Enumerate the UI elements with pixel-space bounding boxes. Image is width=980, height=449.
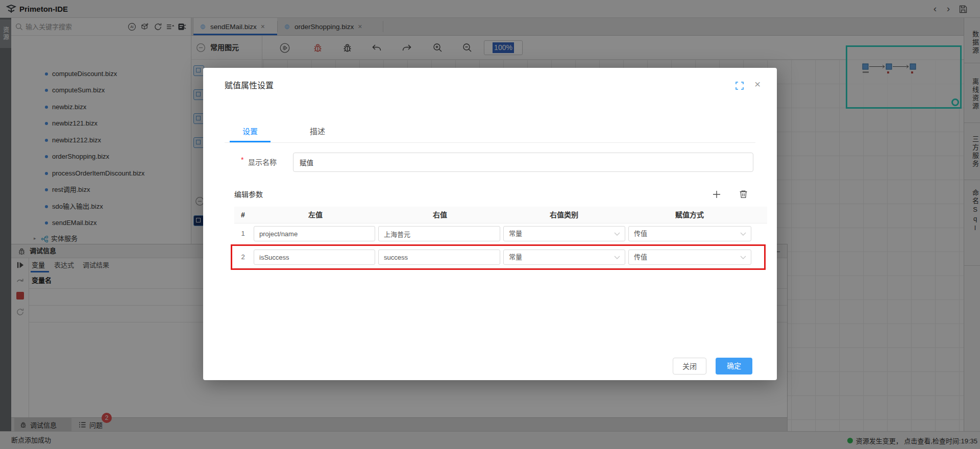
add-row-icon[interactable] xyxy=(712,189,722,199)
col-header-right-value: 右值 xyxy=(433,207,447,223)
required-mark: * xyxy=(241,156,243,164)
screen: Primeton-IDE ‹ › 资源 输入关键字搜索 AI xyxy=(0,0,980,449)
chevron-down-icon xyxy=(614,232,620,236)
assignment-properties-dialog: 赋值属性设置 × 设置 描述 * 显示名称 编辑参数 # 左值 右值 右值类别 … xyxy=(203,68,777,380)
ok-button[interactable]: 确定 xyxy=(716,358,752,375)
fullscreen-icon[interactable] xyxy=(735,81,744,90)
close-button[interactable]: 关闭 xyxy=(673,358,706,375)
dialog-tab-settings[interactable]: 设置 xyxy=(230,123,271,140)
close-dialog-icon[interactable]: × xyxy=(754,78,761,91)
col-header-index: # xyxy=(241,207,245,223)
edit-params-label: 编辑参数 xyxy=(234,189,263,199)
col-header-left-value: 左值 xyxy=(308,207,323,223)
row-index: 1 xyxy=(241,226,244,241)
assign-mode-select[interactable]: 传值 xyxy=(628,226,751,241)
col-header-right-type: 右值类别 xyxy=(550,207,578,223)
right-value-input[interactable] xyxy=(378,226,500,241)
left-value-input[interactable] xyxy=(254,226,375,241)
right-type-select[interactable]: 常量 xyxy=(503,226,625,241)
delete-row-icon[interactable] xyxy=(739,189,748,199)
display-name-label: 显示名称 xyxy=(248,153,277,172)
annotation-highlight-row xyxy=(231,244,766,270)
chevron-down-icon xyxy=(740,232,746,236)
tab-divider xyxy=(225,142,755,143)
table-header-row: # 左值 右值 右值类别 赋值方式 xyxy=(234,207,767,223)
display-name-input[interactable] xyxy=(293,153,753,172)
table-divider xyxy=(234,223,767,223)
dialog-tab-description[interactable]: 描述 xyxy=(304,123,331,140)
col-header-assign-mode: 赋值方式 xyxy=(675,207,704,223)
dialog-title: 赋值属性设置 xyxy=(225,79,274,91)
